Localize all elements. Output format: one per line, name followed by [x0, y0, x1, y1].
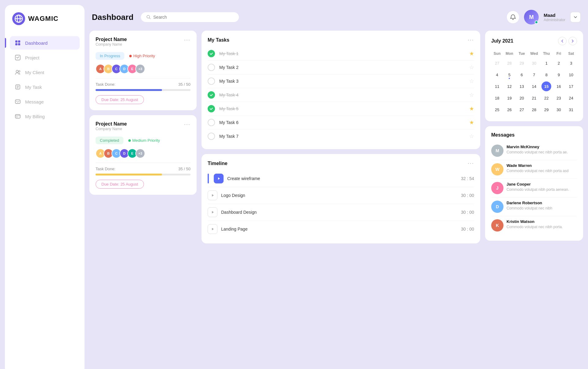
- calendar-day[interactable]: 3: [566, 58, 576, 68]
- star-icon[interactable]: ★: [469, 50, 474, 57]
- calendar-day[interactable]: 15: [541, 81, 551, 91]
- calendar-day[interactable]: 23: [554, 93, 564, 103]
- calendar-day[interactable]: 22: [541, 93, 551, 103]
- tasks-more-button[interactable]: ···: [468, 37, 474, 43]
- task-checkbox[interactable]: [208, 64, 215, 71]
- calendar-day[interactable]: 11: [492, 81, 502, 91]
- calendar-day[interactable]: 29: [541, 105, 551, 115]
- priority-text-1: High Priority: [133, 54, 155, 58]
- calendar-day[interactable]: 19: [504, 93, 514, 103]
- calendar-day[interactable]: 17: [566, 81, 576, 91]
- task-checkbox[interactable]: [208, 133, 215, 140]
- calendar-day[interactable]: 7: [529, 70, 539, 80]
- calendar-day[interactable]: 27: [517, 105, 527, 115]
- message-item[interactable]: MMarvin McKinneyCommodo volutpat nec nib…: [491, 141, 577, 160]
- project-2-more-button[interactable]: ···: [184, 121, 190, 128]
- notification-button[interactable]: [507, 11, 519, 23]
- project-1-more-button[interactable]: ···: [184, 37, 190, 43]
- sidebar-item-my-task[interactable]: My Task: [10, 80, 80, 94]
- calendar-day[interactable]: 6: [517, 70, 527, 80]
- timeline-play-button[interactable]: [208, 190, 217, 200]
- svg-marker-20: [212, 228, 214, 230]
- project-name-1: Project Name: [96, 37, 127, 42]
- calendar-day[interactable]: 14: [529, 81, 539, 91]
- calendar-day[interactable]: 26: [504, 105, 514, 115]
- sidebar-label-my-billing: My Billing: [25, 114, 45, 119]
- my-tasks-card: My Tasks ··· My Task 1★My Task 2☆My Task…: [202, 31, 480, 149]
- sidebar-item-my-client[interactable]: My Client: [10, 66, 80, 79]
- message-item[interactable]: KKristin WatsonCommodo volutpat nec nibh…: [491, 216, 577, 235]
- calendar-day[interactable]: 27: [492, 58, 502, 68]
- calendar-day[interactable]: 18: [492, 93, 502, 103]
- calendar-day[interactable]: 25: [492, 105, 502, 115]
- task-checkbox[interactable]: [208, 77, 215, 85]
- task-checkbox[interactable]: [208, 105, 215, 112]
- due-date-button-2[interactable]: Due Date: 25 August: [96, 180, 144, 189]
- calendar-day[interactable]: 30: [529, 58, 539, 68]
- project-name-2: Project Name: [96, 121, 127, 127]
- star-icon[interactable]: ☆: [469, 78, 474, 85]
- task-done-value-1: 35 / 50: [178, 82, 190, 87]
- star-icon[interactable]: ☆: [469, 92, 474, 98]
- star-icon[interactable]: ★: [469, 105, 474, 112]
- progress-bar-fill-1: [96, 89, 162, 91]
- calendar-day[interactable]: 28: [529, 105, 539, 115]
- timeline-item-time: 32 : 54: [461, 176, 474, 181]
- divider: [96, 78, 190, 78]
- messages-card-header: Messages: [491, 132, 577, 138]
- timeline-more-button[interactable]: ···: [468, 160, 474, 167]
- timeline-play-button[interactable]: [214, 174, 224, 183]
- priority-badge-2: Medium Priority: [128, 138, 160, 143]
- search-bar[interactable]: [141, 12, 239, 22]
- star-icon[interactable]: ★: [469, 119, 474, 126]
- calendar-next-button[interactable]: [568, 37, 577, 45]
- calendar-day[interactable]: 12: [504, 81, 514, 91]
- svg-point-9: [19, 71, 20, 72]
- company-name-2: Company Name: [96, 127, 127, 131]
- message-item[interactable]: DDarlene RobertsonCommodo volutpat nec n…: [491, 198, 577, 216]
- message-item[interactable]: JJane CooperCommodo volutpat nibh porta …: [491, 179, 577, 198]
- calendar-day[interactable]: 16: [554, 81, 564, 91]
- timeline-play-button[interactable]: [208, 224, 217, 234]
- company-name-1: Company Name: [96, 42, 127, 47]
- task-done-value-2: 35 / 50: [178, 167, 190, 171]
- svg-rect-12: [15, 115, 20, 118]
- calendar-day[interactable]: 30: [554, 105, 564, 115]
- timeline-active-bar: [208, 174, 209, 183]
- star-icon[interactable]: ☆: [469, 64, 474, 71]
- message-item[interactable]: WWade WarrenCommodo volutpat nec nibh po…: [491, 160, 577, 179]
- task-checkbox[interactable]: [208, 91, 215, 99]
- star-icon[interactable]: ☆: [469, 133, 474, 140]
- calendar-day[interactable]: 8: [541, 70, 551, 80]
- calendar-day[interactable]: 4: [492, 70, 502, 80]
- search-input[interactable]: [153, 15, 233, 20]
- timeline-play-button[interactable]: [208, 207, 217, 217]
- task-checkbox[interactable]: [208, 119, 215, 126]
- calendar-day[interactable]: 20: [517, 93, 527, 103]
- calendar-day[interactable]: 21: [529, 93, 539, 103]
- due-date-button-1[interactable]: Due Date: 25 August: [96, 95, 144, 104]
- bell-icon: [510, 14, 516, 20]
- calendar-day[interactable]: 10: [566, 70, 576, 80]
- calendar-day[interactable]: 24: [566, 93, 576, 103]
- online-indicator: [535, 21, 538, 24]
- calendar-day[interactable]: 31: [566, 105, 576, 115]
- sidebar-item-project[interactable]: Project: [10, 51, 80, 64]
- calendar-prev-button[interactable]: [558, 37, 567, 45]
- message-content: Darlene RobertsonCommodo volutpat nec ni…: [507, 201, 577, 211]
- calendar-grid: SunMonTueWedThuFriSat2728293012345678910…: [491, 50, 577, 115]
- calendar-day[interactable]: 13: [517, 81, 527, 91]
- calendar-day[interactable]: 9: [554, 70, 564, 80]
- calendar-day[interactable]: 29: [517, 58, 527, 68]
- calendar-day[interactable]: 5: [504, 70, 514, 80]
- user-dropdown-button[interactable]: [570, 12, 581, 22]
- sidebar-item-my-billing[interactable]: My Billing: [10, 110, 80, 123]
- calendar-day[interactable]: 28: [504, 58, 514, 68]
- task-checkbox[interactable]: [208, 50, 215, 57]
- project-card-1: Project Name Company Name ··· In Progres…: [89, 31, 197, 110]
- sidebar-item-dashboard[interactable]: Dashboard: [10, 36, 80, 50]
- calendar-day[interactable]: 1: [541, 58, 551, 68]
- timeline-item-time: 30 : 00: [461, 193, 474, 198]
- calendar-day[interactable]: 2: [554, 58, 564, 68]
- sidebar-item-message[interactable]: Message: [10, 95, 80, 108]
